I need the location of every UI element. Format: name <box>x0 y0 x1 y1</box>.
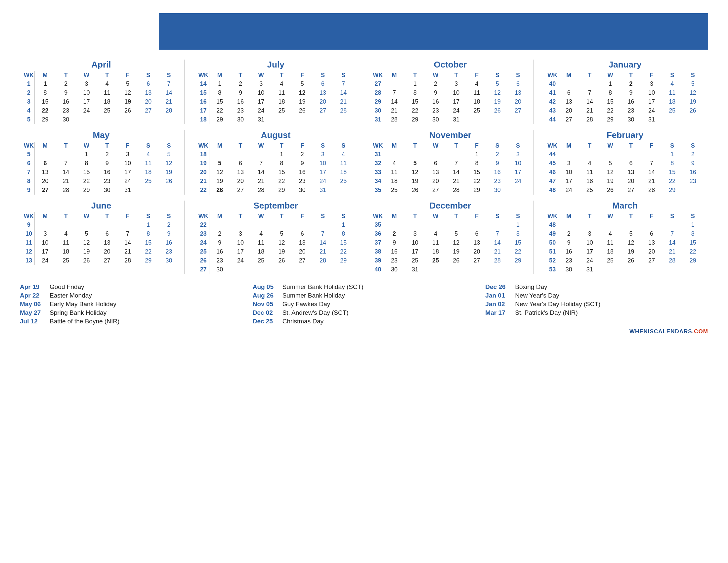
table-row: 4610111213141516 <box>547 168 703 177</box>
table-row: 820212223242526 <box>23 177 179 186</box>
table-row: 4717181920212223 <box>547 177 703 186</box>
holiday-name: New Year's Day Holiday (SCT) <box>515 301 600 308</box>
list-item: Dec 02St. Andrew's Day (SCT) <box>253 309 476 317</box>
table-row: 492345678 <box>547 229 703 238</box>
holiday-column: Apr 19Good FridayApr 22Easter MondayMay … <box>20 283 243 326</box>
table-row: 52930 <box>23 115 179 124</box>
cal-table: WKMTWTFSS4012345416789101112421314151617… <box>547 71 703 124</box>
cal-table: WKMTWTFSS5123456678910111271314151617181… <box>23 142 179 195</box>
month-block-december: DecemberWKMTWTFSS35136234567837910111213… <box>369 200 534 274</box>
footer-brand: WHENISCALENDARS.COM <box>20 328 708 335</box>
table-row: 1110111213141516 <box>23 238 179 247</box>
month-title: February <box>547 130 703 140</box>
month-title: January <box>547 60 703 70</box>
holiday-date: Aug 05 <box>253 283 282 291</box>
table-row: 66789101112 <box>23 159 179 168</box>
table-row: 221 <box>198 220 354 229</box>
brand-text: WHENISCALENDARS <box>629 328 692 335</box>
table-row: 232345678 <box>198 229 354 238</box>
cal-table: WKMTWTFSS3112332456789103311121314151617… <box>372 142 529 195</box>
table-row: 27123456 <box>372 79 529 88</box>
holiday-date: Nov 05 <box>253 301 282 308</box>
table-row: 22262728293031 <box>198 186 354 195</box>
table-row: 403031 <box>372 265 529 274</box>
table-row: 422232425262728 <box>23 106 179 115</box>
table-row: 15891011121314 <box>198 88 354 97</box>
table-row: 2730 <box>198 265 354 274</box>
table-row: 512345 <box>23 150 179 159</box>
list-item: Dec 26Boxing Day <box>485 283 708 291</box>
table-row: 1324252627282930 <box>23 256 179 265</box>
holiday-name: Battle of the Boyne (NIR) <box>50 318 119 325</box>
table-row: 533031 <box>547 265 703 274</box>
holiday-date: Jan 02 <box>485 301 515 308</box>
table-row: 2623242526272829 <box>198 256 354 265</box>
cal-table: WKMTWTFSS4814923456785091011121314155116… <box>547 212 703 274</box>
month-title: November <box>372 130 529 140</box>
month-title: June <box>23 200 179 211</box>
list-item: Apr 22Easter Monday <box>20 292 243 299</box>
list-item: Jan 02New Year's Day Holiday (SCT) <box>485 301 708 308</box>
table-row: 912 <box>23 220 179 229</box>
holiday-date: Jan 01 <box>485 292 515 299</box>
holiday-name: Guy Fawkes Day <box>282 301 330 308</box>
table-row: 2878910111213 <box>372 88 529 97</box>
holiday-date: May 06 <box>20 301 50 308</box>
holiday-column: Dec 26Boxing DayJan 01New Year's DayJan … <box>485 283 708 326</box>
list-item: May 27Spring Bank Holiday <box>20 309 243 317</box>
month-title: May <box>23 130 179 140</box>
table-row: 18293031 <box>198 115 354 124</box>
holiday-date: May 27 <box>20 309 50 317</box>
month-block-august: AugustWKMTWTFSS1812341956789101120121314… <box>194 130 359 195</box>
month-title: September <box>198 200 354 211</box>
holiday-name: Spring Bank Holiday <box>50 309 107 317</box>
table-row: 4213141516171819 <box>547 97 703 106</box>
table-row: 4412 <box>547 150 703 159</box>
list-item: Mar 17St. Patrick's Day (NIR) <box>485 309 708 317</box>
month-block-june: JuneWKMTWTFSS912103456789111011121314151… <box>20 200 185 274</box>
month-title: October <box>372 60 529 70</box>
holiday-name: Summer Bank Holiday <box>282 292 345 299</box>
table-row: 3128293031 <box>372 115 529 124</box>
table-row: 103456789 <box>23 229 179 238</box>
list-item: May 06Early May Bank Holiday <box>20 301 243 308</box>
table-row: 362345678 <box>372 229 529 238</box>
table-row: 35252627282930 <box>372 186 529 195</box>
month-title: March <box>547 200 703 211</box>
cal-table: WKMTWTFSS1412345671589101112131416151617… <box>198 71 354 124</box>
table-row: 3816171819202122 <box>372 247 529 256</box>
table-row: 1722232425262728 <box>198 106 354 115</box>
table-row: 5223242526272829 <box>547 256 703 265</box>
table-row: 509101112131415 <box>547 238 703 247</box>
holiday-date: Apr 22 <box>20 292 50 299</box>
calendars-grid: AprilWKMTWTFSS11234567289101112131431516… <box>20 60 708 280</box>
table-row: 2012131415161718 <box>198 168 354 177</box>
table-row: 379101112131415 <box>372 238 529 247</box>
month-title: August <box>198 130 354 140</box>
table-row: 92728293031 <box>23 186 179 195</box>
holiday-name: St. Andrew's Day (SCT) <box>282 309 349 317</box>
holiday-date: Jul 12 <box>20 318 50 325</box>
table-row: 5116171819202122 <box>547 247 703 256</box>
table-row: 4012345 <box>547 79 703 88</box>
table-row: 31123 <box>372 150 529 159</box>
month-title: April <box>23 60 179 70</box>
table-row: 2119202122232425 <box>198 177 354 186</box>
month-block-march: MarchWKMTWTFSS48149234567850910111213141… <box>543 200 708 274</box>
list-item: Jul 12Battle of the Boyne (NIR) <box>20 318 243 325</box>
month-block-july: JulyWKMTWTFSS141234567158910111213141615… <box>194 60 359 124</box>
holiday-name: St. Patrick's Day (NIR) <box>515 309 578 317</box>
table-row: 453456789 <box>547 159 703 168</box>
header-banner <box>159 13 708 50</box>
brand-tld: .COM <box>692 328 708 335</box>
month-block-september: SeptemberWKMTWTFSS2212323456782491011121… <box>194 200 359 274</box>
holiday-name: Christmas Day <box>282 318 324 325</box>
list-item: Nov 05Guy Fawkes Day <box>253 301 476 308</box>
cal-table: WKMTWTFSS9121034567891110111213141516121… <box>23 212 179 265</box>
holiday-date: Dec 25 <box>253 318 282 325</box>
table-row: 3021222324252627 <box>372 106 529 115</box>
list-item: Dec 25Christmas Day <box>253 318 476 325</box>
table-row: 1217181920212223 <box>23 247 179 256</box>
month-block-october: OctoberWKMTWTFSS271234562878910111213291… <box>369 60 534 124</box>
cal-table: WKMTWTFSS1812341956789101120121314151617… <box>198 142 354 195</box>
